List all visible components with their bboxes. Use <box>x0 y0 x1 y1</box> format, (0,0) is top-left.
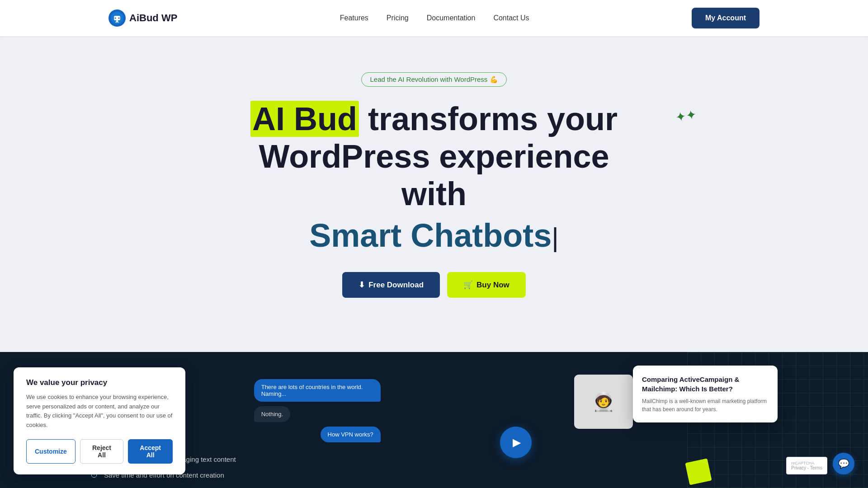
chat-bubble-container: There are lots of countries in the world… <box>254 379 381 442</box>
brand-name: AiBud WP <box>129 12 177 24</box>
cookie-banner: We value your privacy We use cookies to … <box>14 367 185 474</box>
recaptcha-label: Privacy - Terms <box>791 465 822 470</box>
play-button[interactable]: ▶ <box>500 427 532 458</box>
chat-bubble-bot-1: Nothing. <box>254 406 290 422</box>
cookie-buttons: Customize Reject All Accept All <box>26 439 173 464</box>
astronaut-card: 🧑‍🚀 <box>574 375 633 429</box>
svg-point-4 <box>118 18 120 19</box>
nav-contact[interactable]: Contact Us <box>493 14 529 22</box>
navbar: AiBud WP Features Pricing Documentation … <box>0 0 868 36</box>
nav-links: Features Pricing Documentation Contact U… <box>340 14 529 22</box>
recaptcha-badge: reCAPTCHA Privacy - Terms <box>786 457 827 474</box>
hero-highlight-text: AI Bud <box>250 101 359 137</box>
nav-documentation[interactable]: Documentation <box>427 14 476 22</box>
logo-icon <box>108 9 126 27</box>
demo-mockup: There are lots of countries in the world… <box>254 370 778 488</box>
cookie-title: We value your privacy <box>26 378 173 387</box>
download-icon: ⬇ <box>359 280 365 290</box>
hero-badge: Lead the AI Revolution with WordPress 💪 <box>361 72 506 87</box>
accept-all-button[interactable]: Accept All <box>128 439 173 464</box>
chat-widget-icon: 💬 <box>838 458 849 469</box>
nav-pricing[interactable]: Pricing <box>387 14 409 22</box>
my-account-button[interactable]: My Account <box>692 8 760 28</box>
article-title: Comparing ActiveCampaign & Mailchimp: Wh… <box>642 375 769 394</box>
cart-icon: 🛒 <box>463 280 473 290</box>
hero-cta-group: ⬇ Free Download 🛒 Buy Now <box>9 272 859 298</box>
svg-rect-6 <box>115 22 119 23</box>
hero-decoration-icon: ✦✦ <box>674 107 697 125</box>
green-square-decoration <box>685 459 712 485</box>
customize-button[interactable]: Customize <box>26 439 75 464</box>
logo-link[interactable]: AiBud WP <box>108 9 177 27</box>
reject-all-button[interactable]: Reject All <box>80 439 123 464</box>
free-download-button[interactable]: ⬇ Free Download <box>342 272 440 298</box>
hero-section: ✦✦ Lead the AI Revolution with WordPress… <box>0 36 868 352</box>
buy-now-button[interactable]: 🛒 Buy Now <box>447 272 526 298</box>
article-text: MailChimp is a well-known email marketin… <box>642 397 769 413</box>
hero-chatbots-text: Smart Chatbots| <box>9 217 859 254</box>
nav-features[interactable]: Features <box>340 14 368 22</box>
chat-bubble-user-2: How VPN works? <box>321 427 381 442</box>
hero-title: AI Bud transforms your WordPress experie… <box>231 100 637 212</box>
svg-rect-5 <box>116 20 118 22</box>
cookie-body-text: We use cookies to enhance your browsing … <box>26 393 173 430</box>
svg-point-3 <box>115 18 116 19</box>
demo-article-card: Comparing ActiveCampaign & Mailchimp: Wh… <box>633 366 778 422</box>
play-icon: ▶ <box>513 436 521 449</box>
hero-title-line2: WordPress experience with <box>259 138 609 212</box>
hero-title-line1: AI Bud transforms your <box>250 101 618 137</box>
chat-bubble-user-1: There are lots of countries in the world… <box>254 379 381 402</box>
chat-widget-button[interactable]: 💬 <box>833 453 854 474</box>
